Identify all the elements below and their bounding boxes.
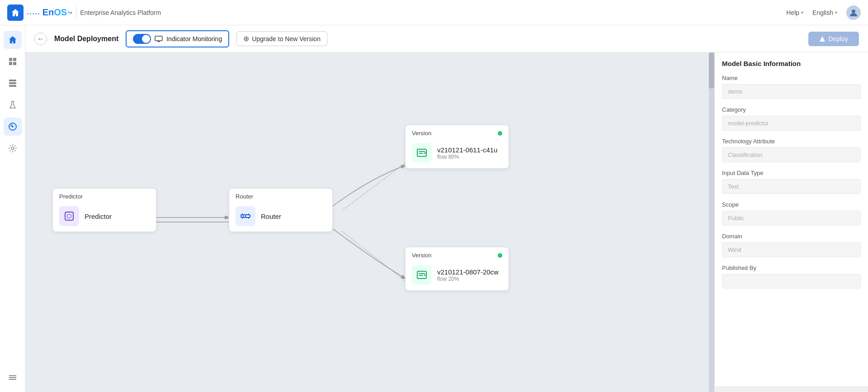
svg-rect-7 (9, 85, 16, 87)
router-node-body: Router (229, 203, 332, 231)
version2-info: v210121-0807-20cw flow 20% (437, 268, 499, 282)
field-tech-attr-value: Classification (722, 147, 861, 162)
predictor-node-label: Predictor (85, 213, 112, 220)
svg-rect-6 (9, 82, 16, 84)
svg-line-17 (342, 163, 405, 211)
version1-info: v210121-0611-c41u flow 80% (437, 146, 497, 160)
svg-rect-4 (13, 62, 16, 65)
indicator-monitoring-label: Indicator Monitoring (166, 35, 222, 43)
indicator-monitoring-button[interactable]: Indicator Monitoring (126, 30, 229, 47)
predictor-node-header: Predictor (53, 189, 156, 203)
field-category-label: Category (722, 106, 861, 113)
version2-node[interactable]: Version v210121-0807-20cw flow 20% (405, 247, 509, 291)
svg-point-9 (12, 126, 14, 128)
svg-rect-12 (9, 377, 16, 378)
platform-name: Enterprise Analytics Platform (80, 9, 161, 16)
svg-rect-3 (9, 62, 12, 65)
field-input-data-type-label: Input Data Type (722, 170, 861, 176)
toggle-thumb (142, 35, 150, 43)
logo-area: ••••• EnOS™ Enterprise Analytics Platfor… (7, 5, 161, 21)
field-input-data-type: Input Data Type Text (722, 170, 861, 194)
sidebar-item-menu[interactable] (4, 368, 22, 387)
field-name-value: demo (722, 84, 861, 99)
version1-status-dot (498, 131, 502, 136)
panel-title: Model Basic Information (722, 60, 861, 67)
field-category: Category model-predictor (722, 106, 861, 131)
field-domain: Domain Wind (722, 233, 861, 257)
nav-divider (76, 6, 76, 19)
router-node[interactable]: Router Router (229, 188, 333, 232)
version2-status-dot (498, 253, 502, 258)
back-button[interactable]: ← (34, 33, 47, 45)
field-scope-value: Public (722, 211, 861, 226)
field-category-value: model-predictor (722, 116, 861, 131)
sidebar-item-settings[interactable] (4, 139, 22, 157)
field-published-by: Published By (722, 264, 861, 288)
field-domain-value: Wind (722, 242, 861, 257)
version1-node-body: v210121-0611-c41u flow 80% (406, 139, 509, 168)
field-tech-attr: Technology Attribute Classification (722, 138, 861, 162)
svg-rect-1 (9, 58, 12, 61)
field-tech-attr-label: Technology Attribute (722, 138, 861, 145)
field-published-by-label: Published By (722, 264, 861, 271)
help-caret-icon: ▾ (801, 10, 803, 15)
svg-line-18 (342, 231, 405, 281)
right-panel: Model Basic Information Name demo Catego… (714, 52, 868, 392)
svg-rect-14 (155, 36, 162, 41)
page-title: Model Deployment (54, 35, 118, 43)
home-button[interactable] (7, 5, 24, 21)
version1-node-header: Version (406, 125, 509, 139)
panel-bottom-scrollbar[interactable] (714, 387, 868, 392)
sidebar-item-lab[interactable] (4, 96, 22, 114)
field-input-data-type-value: Text (722, 179, 861, 194)
field-domain-label: Domain (722, 233, 861, 240)
field-scope: Scope Public (722, 201, 861, 226)
version2-node-header: Version (406, 247, 509, 261)
router-node-label: Router (261, 213, 281, 220)
sidebar-item-home[interactable] (4, 31, 22, 49)
upgrade-icon: ⊕ (243, 34, 249, 43)
sidebar-item-dashboard[interactable] (4, 52, 22, 71)
svg-rect-11 (9, 375, 16, 376)
svg-point-22 (243, 216, 244, 217)
lang-caret-icon: ▾ (835, 10, 837, 15)
canvas-scrollbar[interactable] (709, 52, 714, 392)
svg-rect-13 (9, 379, 16, 380)
top-nav: ••••• EnOS™ Enterprise Analytics Platfor… (0, 0, 868, 25)
svg-rect-5 (9, 80, 16, 81)
nav-right: Help ▾ English ▾ (786, 5, 861, 20)
logo: ••••• EnOS™ (27, 7, 72, 18)
help-menu[interactable]: Help ▾ (786, 9, 803, 16)
deploy-icon (819, 36, 826, 42)
predictor-node[interactable]: Predictor Predictor (52, 188, 156, 232)
language-menu[interactable]: English ▾ (812, 9, 837, 16)
field-name: Name demo (722, 75, 861, 99)
router-node-icon (236, 206, 255, 226)
version1-node-icon (412, 143, 432, 163)
canvas-scrollbar-thumb[interactable] (709, 52, 714, 89)
main-canvas[interactable]: Predictor Predictor Router (25, 52, 714, 392)
left-sidebar (0, 25, 25, 392)
toolbar: ← Model Deployment Indicator Monitoring … (25, 25, 868, 52)
deploy-button[interactable]: Deploy (808, 32, 859, 46)
field-published-by-value (722, 274, 861, 288)
predictor-node-body: Predictor (53, 203, 156, 231)
sidebar-item-data[interactable] (4, 118, 22, 136)
svg-point-10 (11, 147, 14, 150)
predictor-node-icon (59, 206, 79, 226)
svg-rect-2 (13, 58, 16, 61)
monitor-icon (155, 36, 163, 42)
field-scope-label: Scope (722, 201, 861, 208)
version2-node-icon (412, 265, 432, 285)
sidebar-item-grid[interactable] (4, 74, 22, 92)
toggle-switch[interactable] (133, 34, 151, 44)
field-name-label: Name (722, 75, 861, 81)
version2-node-body: v210121-0807-20cw flow 20% (406, 261, 509, 290)
upgrade-button[interactable]: ⊕ Upgrade to New Version (236, 31, 327, 46)
router-node-header: Router (229, 189, 332, 203)
user-avatar[interactable] (846, 5, 861, 20)
svg-rect-20 (67, 214, 71, 218)
svg-point-0 (852, 9, 855, 13)
version1-node[interactable]: Version v210121-0611-c41u flow 80% (405, 125, 509, 169)
svg-point-23 (245, 216, 246, 217)
